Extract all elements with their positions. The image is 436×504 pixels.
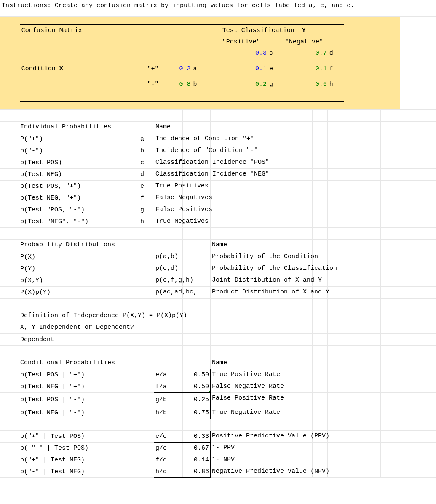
indiv-letter: b — [139, 145, 154, 157]
indiv-row[interactable]: p(Test "NEG", "-")hTrue Negatives — [0, 216, 436, 228]
dist-row[interactable]: P(X)p(a,b)Probability of the Condition — [0, 251, 436, 263]
cond-header-row[interactable]: Conditional Probabilities Name — [0, 357, 436, 369]
cond-value: 0.25 — [183, 393, 211, 407]
dist-prob: P(Y) — [19, 263, 139, 275]
cond-value: 0.50 — [183, 381, 211, 393]
dist-name: Probability of the Condition — [212, 253, 318, 260]
dist-row[interactable]: p(X,Y)p(e,f,g,h)Joint Distribution of X … — [0, 275, 436, 287]
indiv-header-row[interactable]: Individual Probabilities Name — [0, 122, 436, 133]
indep-def-row[interactable]: Definition of Independence P(X,Y) = P(X)… — [0, 310, 436, 322]
indep-q-row[interactable]: X, Y Independent or Dependent? — [0, 322, 436, 334]
negative-label: "Negative" — [284, 36, 328, 48]
indiv-prob: p("-") — [19, 145, 139, 157]
condition-label: Condition — [21, 65, 56, 72]
cond-row[interactable]: p(Test NEG | "+")f/a0.50False Negative R… — [0, 381, 436, 393]
instructions-text: Instructions: Create any confusion matri… — [2, 2, 354, 9]
cond-value: 0.50 — [183, 369, 211, 381]
indep-def: Definition of Independence P(X,Y) = P(X)… — [20, 312, 187, 319]
cond-formula: e/a — [154, 369, 183, 381]
instructions-row[interactable]: Instructions: Create any confusion matri… — [0, 0, 436, 12]
cond-formula: e/c — [154, 431, 183, 443]
value-b: 0.8 — [162, 79, 192, 90]
indiv-name: Incidence of "Condition "-" — [155, 147, 258, 154]
cond-row[interactable]: p("+" | Test POS)e/c0.33Positive Predict… — [0, 431, 436, 443]
cond-value: 0.86 — [183, 466, 211, 478]
input-e[interactable]: 0.1 — [221, 63, 268, 75]
label-h: h — [328, 79, 344, 90]
cond-row[interactable]: p(Test POS | "-")g/b0.25False Positive R… — [0, 393, 436, 407]
cond-prob: p(Test POS | "+") — [19, 369, 139, 381]
cond-name-header: Name — [212, 359, 227, 366]
dist-prob: P(X) — [19, 251, 139, 263]
value-f: 0.1 — [284, 63, 328, 75]
indep-a-row[interactable]: Dependent — [0, 334, 436, 346]
dist-name: Joint Distribution of X and Y — [212, 277, 322, 284]
value-d: 0.7 — [284, 48, 328, 59]
cond-name: True Positive Rate — [212, 371, 280, 378]
spreadsheet-grid[interactable]: Instructions: Create any confusion matri… — [0, 0, 436, 478]
cond-name: Negative Predictive Value (NPV) — [212, 468, 329, 475]
cond-name: True Negative Rate — [212, 409, 280, 416]
value-h: 0.6 — [284, 79, 328, 90]
positive-label: "Positive" — [221, 36, 268, 48]
row-plus-label: "+" — [146, 63, 162, 75]
dist-row[interactable]: P(X)p(Y)p(ac,ad,bc,Product Distribution … — [0, 287, 436, 299]
indiv-letter: f — [139, 192, 154, 204]
dist-header-row[interactable]: Probability Distributions Name — [0, 240, 436, 251]
cond-row[interactable]: p("+" | Test NEG)f/d0.141- NPV — [0, 454, 436, 466]
matrix-title: Confusion Matrix — [20, 25, 146, 37]
cond-row[interactable]: p(Test NEG | "-")h/b0.75True Negative Ra… — [0, 407, 436, 419]
cond-row[interactable]: p("-" | Test NEG)h/d0.86Negative Predict… — [0, 466, 436, 478]
cond-formula: h/d — [154, 466, 183, 478]
indiv-name-header: Name — [155, 123, 171, 131]
indiv-row[interactable]: p(Test POS, "+")eTrue Positives — [0, 181, 436, 192]
input-c[interactable]: 0.3 — [221, 48, 268, 59]
indiv-row[interactable]: p(Test "POS, "-")gFalse Positives — [0, 204, 436, 216]
cond-formula: g/c — [154, 443, 183, 454]
cond-prob: p(Test NEG | "-") — [19, 407, 139, 419]
indep-answer: Dependent — [19, 334, 139, 346]
indiv-prob: p(Test "NEG", "-") — [19, 216, 139, 228]
indiv-prob: p(Test NEG) — [19, 169, 139, 181]
cond-name: 1- PPV — [212, 444, 235, 451]
cond-name: 1- NPV — [212, 456, 235, 463]
indiv-letter: g — [139, 204, 154, 216]
indiv-name: False Positives — [155, 206, 212, 213]
x-label: X — [59, 65, 63, 72]
cond-prob: p("-" | Test NEG) — [19, 466, 139, 478]
indiv-prob: p(Test POS) — [19, 157, 139, 169]
cond-value: 0.75 — [183, 407, 211, 419]
indiv-row[interactable]: p("-")bIncidence of "Condition "-" — [0, 145, 436, 157]
label-d: d — [328, 48, 344, 59]
indiv-name: True Negatives — [155, 218, 209, 225]
cond-value: 0.14 — [183, 454, 211, 466]
cond-row[interactable]: p( "-" | Test POS)g/c0.671- PPV — [0, 443, 436, 454]
value-g: 0.2 — [221, 79, 268, 90]
indiv-row[interactable]: p(Test NEG, "+")fFalse Negatives — [0, 192, 436, 204]
dist-row[interactable]: P(Y)p(c,d)Probability of the Classificat… — [0, 263, 436, 275]
dist-prob: p(X,Y) — [19, 275, 139, 287]
cond-prob: p("+" | Test POS) — [19, 431, 139, 443]
indiv-name: True Positives — [155, 182, 209, 189]
cond-prob: p( "-" | Test POS) — [19, 443, 139, 454]
indiv-name: Classification Incidence "POS" — [155, 159, 269, 166]
dist-prob: P(X)p(Y) — [19, 287, 139, 299]
cond-name: Positive Predictive Value (PPV) — [212, 432, 329, 440]
dist-name-header: Name — [212, 241, 227, 248]
indiv-letter: a — [139, 133, 154, 145]
input-a[interactable]: 0.2 — [162, 63, 192, 75]
indiv-row[interactable]: p(Test POS)cClassification Incidence "PO… — [0, 157, 436, 169]
label-e: e — [268, 63, 284, 75]
label-g: g — [268, 79, 284, 90]
indiv-row[interactable]: P("+")aIncidence of Condition "+" — [0, 133, 436, 145]
indiv-row[interactable]: p(Test NEG)dClassification Incidence "NE… — [0, 169, 436, 181]
cond-name: False Negative Rate — [212, 383, 284, 390]
cond-row[interactable]: p(Test POS | "+")e/a0.50True Positive Ra… — [0, 369, 436, 381]
indiv-letter: c — [139, 157, 154, 169]
label-a: a — [192, 63, 221, 75]
cond-name: False Positive Rate — [212, 395, 284, 402]
cond-value: 0.67 — [183, 443, 211, 454]
dist-formula: p(a,b) — [155, 253, 178, 260]
cond-prob: p(Test NEG | "+") — [19, 381, 139, 393]
dist-name: Probability of the Classification — [212, 265, 337, 272]
